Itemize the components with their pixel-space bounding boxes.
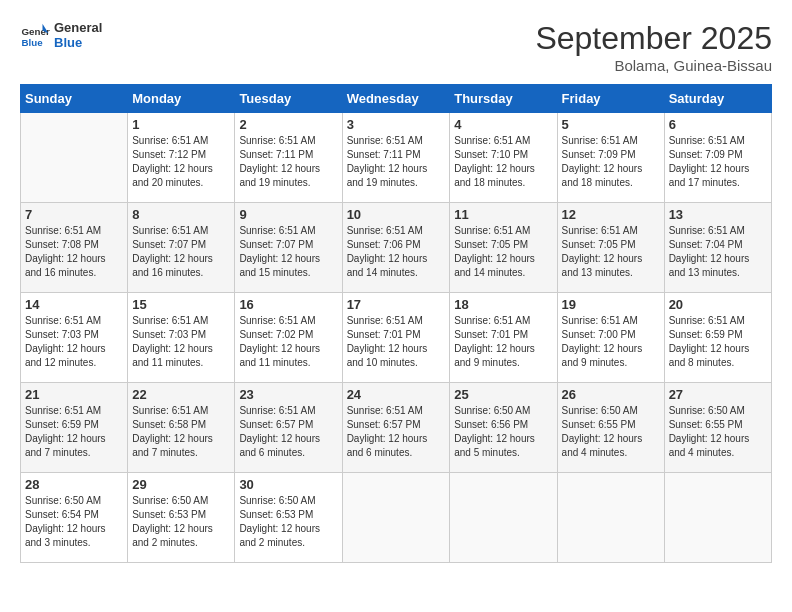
day-number: 3 <box>347 117 446 132</box>
calendar-cell: 1Sunrise: 6:51 AM Sunset: 7:12 PM Daylig… <box>128 113 235 203</box>
week-row-5: 28Sunrise: 6:50 AM Sunset: 6:54 PM Dayli… <box>21 473 772 563</box>
week-row-2: 7Sunrise: 6:51 AM Sunset: 7:08 PM Daylig… <box>21 203 772 293</box>
header-wednesday: Wednesday <box>342 85 450 113</box>
week-row-1: 1Sunrise: 6:51 AM Sunset: 7:12 PM Daylig… <box>21 113 772 203</box>
day-number: 11 <box>454 207 552 222</box>
day-info: Sunrise: 6:51 AM Sunset: 6:58 PM Dayligh… <box>132 404 230 460</box>
day-info: Sunrise: 6:51 AM Sunset: 7:04 PM Dayligh… <box>669 224 767 280</box>
day-info: Sunrise: 6:51 AM Sunset: 7:02 PM Dayligh… <box>239 314 337 370</box>
day-number: 22 <box>132 387 230 402</box>
day-info: Sunrise: 6:51 AM Sunset: 7:08 PM Dayligh… <box>25 224 123 280</box>
day-number: 30 <box>239 477 337 492</box>
day-number: 13 <box>669 207 767 222</box>
calendar-cell: 26Sunrise: 6:50 AM Sunset: 6:55 PM Dayli… <box>557 383 664 473</box>
day-number: 27 <box>669 387 767 402</box>
calendar-cell <box>664 473 771 563</box>
calendar-cell: 21Sunrise: 6:51 AM Sunset: 6:59 PM Dayli… <box>21 383 128 473</box>
calendar-cell: 18Sunrise: 6:51 AM Sunset: 7:01 PM Dayli… <box>450 293 557 383</box>
calendar-cell <box>21 113 128 203</box>
day-info: Sunrise: 6:50 AM Sunset: 6:55 PM Dayligh… <box>669 404 767 460</box>
day-number: 18 <box>454 297 552 312</box>
calendar-cell: 22Sunrise: 6:51 AM Sunset: 6:58 PM Dayli… <box>128 383 235 473</box>
day-info: Sunrise: 6:51 AM Sunset: 7:10 PM Dayligh… <box>454 134 552 190</box>
calendar-cell: 14Sunrise: 6:51 AM Sunset: 7:03 PM Dayli… <box>21 293 128 383</box>
calendar-cell: 2Sunrise: 6:51 AM Sunset: 7:11 PM Daylig… <box>235 113 342 203</box>
day-number: 17 <box>347 297 446 312</box>
day-info: Sunrise: 6:51 AM Sunset: 7:01 PM Dayligh… <box>347 314 446 370</box>
day-info: Sunrise: 6:51 AM Sunset: 7:03 PM Dayligh… <box>132 314 230 370</box>
calendar-cell: 17Sunrise: 6:51 AM Sunset: 7:01 PM Dayli… <box>342 293 450 383</box>
day-info: Sunrise: 6:51 AM Sunset: 7:00 PM Dayligh… <box>562 314 660 370</box>
day-info: Sunrise: 6:51 AM Sunset: 6:57 PM Dayligh… <box>347 404 446 460</box>
title-block: September 2025 Bolama, Guinea-Bissau <box>535 20 772 74</box>
calendar-cell: 10Sunrise: 6:51 AM Sunset: 7:06 PM Dayli… <box>342 203 450 293</box>
calendar-cell: 25Sunrise: 6:50 AM Sunset: 6:56 PM Dayli… <box>450 383 557 473</box>
day-number: 9 <box>239 207 337 222</box>
week-row-3: 14Sunrise: 6:51 AM Sunset: 7:03 PM Dayli… <box>21 293 772 383</box>
calendar-cell: 6Sunrise: 6:51 AM Sunset: 7:09 PM Daylig… <box>664 113 771 203</box>
calendar-cell <box>557 473 664 563</box>
calendar-cell: 9Sunrise: 6:51 AM Sunset: 7:07 PM Daylig… <box>235 203 342 293</box>
day-info: Sunrise: 6:51 AM Sunset: 7:11 PM Dayligh… <box>239 134 337 190</box>
calendar-cell: 8Sunrise: 6:51 AM Sunset: 7:07 PM Daylig… <box>128 203 235 293</box>
day-number: 23 <box>239 387 337 402</box>
calendar-cell: 16Sunrise: 6:51 AM Sunset: 7:02 PM Dayli… <box>235 293 342 383</box>
calendar-cell: 20Sunrise: 6:51 AM Sunset: 6:59 PM Dayli… <box>664 293 771 383</box>
day-number: 12 <box>562 207 660 222</box>
day-info: Sunrise: 6:50 AM Sunset: 6:56 PM Dayligh… <box>454 404 552 460</box>
logo-line2: Blue <box>54 35 102 50</box>
day-number: 16 <box>239 297 337 312</box>
day-info: Sunrise: 6:51 AM Sunset: 7:07 PM Dayligh… <box>132 224 230 280</box>
page-header: General Blue General Blue September 2025… <box>20 20 772 74</box>
day-number: 10 <box>347 207 446 222</box>
day-info: Sunrise: 6:51 AM Sunset: 7:01 PM Dayligh… <box>454 314 552 370</box>
day-number: 8 <box>132 207 230 222</box>
day-info: Sunrise: 6:51 AM Sunset: 7:11 PM Dayligh… <box>347 134 446 190</box>
calendar-cell: 24Sunrise: 6:51 AM Sunset: 6:57 PM Dayli… <box>342 383 450 473</box>
day-number: 4 <box>454 117 552 132</box>
day-number: 5 <box>562 117 660 132</box>
day-info: Sunrise: 6:50 AM Sunset: 6:53 PM Dayligh… <box>132 494 230 550</box>
day-number: 26 <box>562 387 660 402</box>
calendar-table: SundayMondayTuesdayWednesdayThursdayFrid… <box>20 84 772 563</box>
calendar-cell: 3Sunrise: 6:51 AM Sunset: 7:11 PM Daylig… <box>342 113 450 203</box>
day-number: 7 <box>25 207 123 222</box>
day-info: Sunrise: 6:51 AM Sunset: 7:09 PM Dayligh… <box>669 134 767 190</box>
calendar-cell: 19Sunrise: 6:51 AM Sunset: 7:00 PM Dayli… <box>557 293 664 383</box>
day-number: 19 <box>562 297 660 312</box>
calendar-cell: 5Sunrise: 6:51 AM Sunset: 7:09 PM Daylig… <box>557 113 664 203</box>
calendar-cell: 28Sunrise: 6:50 AM Sunset: 6:54 PM Dayli… <box>21 473 128 563</box>
day-info: Sunrise: 6:51 AM Sunset: 6:57 PM Dayligh… <box>239 404 337 460</box>
logo: General Blue General Blue <box>20 20 102 50</box>
day-info: Sunrise: 6:51 AM Sunset: 7:06 PM Dayligh… <box>347 224 446 280</box>
day-number: 25 <box>454 387 552 402</box>
day-info: Sunrise: 6:51 AM Sunset: 7:09 PM Dayligh… <box>562 134 660 190</box>
day-number: 1 <box>132 117 230 132</box>
month-title: September 2025 <box>535 20 772 57</box>
calendar-cell: 11Sunrise: 6:51 AM Sunset: 7:05 PM Dayli… <box>450 203 557 293</box>
day-number: 29 <box>132 477 230 492</box>
header-monday: Monday <box>128 85 235 113</box>
day-number: 6 <box>669 117 767 132</box>
day-number: 21 <box>25 387 123 402</box>
location-subtitle: Bolama, Guinea-Bissau <box>535 57 772 74</box>
day-number: 15 <box>132 297 230 312</box>
calendar-cell: 4Sunrise: 6:51 AM Sunset: 7:10 PM Daylig… <box>450 113 557 203</box>
calendar-cell: 15Sunrise: 6:51 AM Sunset: 7:03 PM Dayli… <box>128 293 235 383</box>
calendar-cell: 23Sunrise: 6:51 AM Sunset: 6:57 PM Dayli… <box>235 383 342 473</box>
day-info: Sunrise: 6:50 AM Sunset: 6:53 PM Dayligh… <box>239 494 337 550</box>
day-info: Sunrise: 6:51 AM Sunset: 6:59 PM Dayligh… <box>25 404 123 460</box>
calendar-cell <box>450 473 557 563</box>
calendar-cell: 30Sunrise: 6:50 AM Sunset: 6:53 PM Dayli… <box>235 473 342 563</box>
day-number: 14 <box>25 297 123 312</box>
logo-icon: General Blue <box>20 20 50 50</box>
header-row: SundayMondayTuesdayWednesdayThursdayFrid… <box>21 85 772 113</box>
calendar-cell: 13Sunrise: 6:51 AM Sunset: 7:04 PM Dayli… <box>664 203 771 293</box>
header-friday: Friday <box>557 85 664 113</box>
svg-text:Blue: Blue <box>22 37 44 48</box>
calendar-cell: 27Sunrise: 6:50 AM Sunset: 6:55 PM Dayli… <box>664 383 771 473</box>
calendar-cell <box>342 473 450 563</box>
day-info: Sunrise: 6:51 AM Sunset: 7:12 PM Dayligh… <box>132 134 230 190</box>
calendar-cell: 29Sunrise: 6:50 AM Sunset: 6:53 PM Dayli… <box>128 473 235 563</box>
day-info: Sunrise: 6:51 AM Sunset: 7:03 PM Dayligh… <box>25 314 123 370</box>
